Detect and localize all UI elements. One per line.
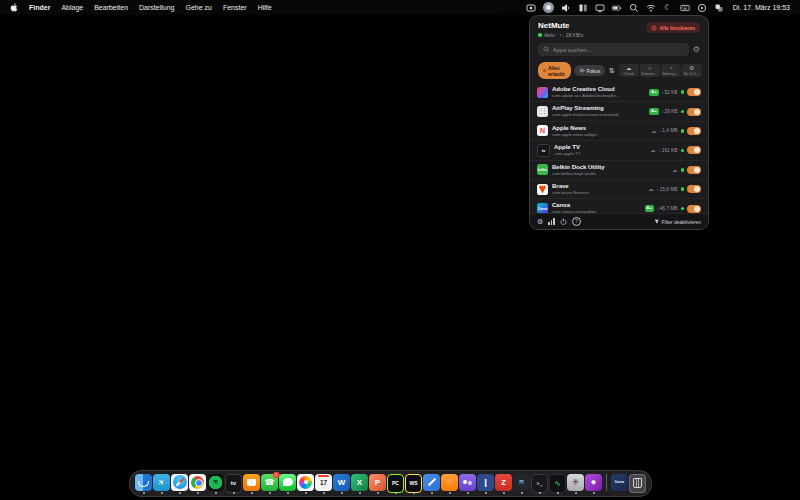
finder-dock-icon[interactable] (135, 474, 152, 491)
apple-menu-icon[interactable] (10, 3, 18, 12)
dock-item-whatsapp[interactable]: ☎1 (261, 474, 278, 494)
settings-gear-icon[interactable]: ⚙ (693, 46, 700, 54)
netmute-menubar-icon[interactable] (543, 2, 554, 13)
disable-filter-button[interactable]: Filter deaktivieren (654, 219, 701, 225)
app-toggle[interactable] (687, 108, 701, 116)
word-dock-icon[interactable]: W (333, 474, 350, 491)
dock-item-zotero[interactable]: Z (495, 474, 512, 494)
category-tab-3[interactable]: ⚙ Sic & U… (682, 64, 702, 78)
dock-item-word[interactable]: W (333, 474, 350, 494)
app-toggle[interactable] (687, 127, 701, 135)
footer-stats-icon[interactable] (548, 218, 555, 225)
dock-item-canva[interactable]: Canva (611, 474, 628, 494)
search-input[interactable] (553, 47, 684, 53)
category-tab-0[interactable]: ☁ iCloud (619, 64, 639, 78)
webstorm-dock-icon[interactable]: WS (405, 474, 422, 493)
dock-item-appletv[interactable]: tv (225, 474, 242, 494)
dock-item-books[interactable] (243, 474, 260, 494)
app-toggle[interactable] (687, 205, 701, 213)
app-row[interactable]: Canva Canva com.canva.canvaeditor A+ ↓46… (530, 199, 708, 213)
people-dock-icon[interactable] (459, 474, 476, 491)
app-row[interactable]: belkin Belkin Dock Utility com.belkin.ma… (530, 161, 708, 180)
menu-hilfe[interactable]: Hilfe (258, 4, 272, 11)
dock-item-purple[interactable]: ◆ (585, 474, 602, 494)
dock-item-powerpoint[interactable]: P (369, 474, 386, 494)
zotero-dock-icon[interactable]: Z (495, 474, 512, 491)
focus-filter-button[interactable]: Fokus (574, 65, 605, 76)
footer-power-icon[interactable] (560, 218, 567, 225)
menu-finder[interactable]: Finder (29, 4, 50, 11)
dock-item-docker[interactable]: ≋ (513, 474, 530, 494)
dock-item-calendar[interactable]: 17 (315, 474, 332, 494)
chrome-dock-icon[interactable] (189, 474, 206, 491)
category-tab-2[interactable]: ◔ Hintergr… (661, 64, 681, 78)
wifi-icon[interactable] (646, 2, 656, 13)
app-toggle[interactable] (687, 185, 701, 193)
menu-ablage[interactable]: Ablage (61, 4, 83, 11)
dock-item-photos[interactable] (297, 474, 314, 494)
dock-item-fan[interactable]: ✳ (567, 474, 584, 494)
dock-item-webstorm[interactable]: WS (405, 474, 422, 494)
volume-icon[interactable] (561, 2, 571, 13)
app-row[interactable]: Adobe Creative Cloud com.adobe.acc.Adobe… (530, 83, 708, 102)
dock-item-trash[interactable] (629, 474, 646, 494)
search-field[interactable] (538, 43, 689, 56)
terminal-dock-icon[interactable]: >_ (531, 474, 548, 493)
spotlight-icon[interactable] (629, 2, 639, 13)
menu-gehe-zu[interactable]: Gehe zu (185, 4, 211, 11)
safari-dock-icon[interactable] (171, 474, 188, 491)
app-row[interactable]: tv Apple TV com.apple.TV ☁ ↓161 KB (530, 141, 708, 160)
category-tab-1[interactable]: ○ Kommu… (640, 64, 660, 78)
appletv-dock-icon[interactable]: tv (225, 474, 242, 493)
menu-fenster[interactable]: Fenster (223, 4, 247, 11)
dock-item-telegram[interactable]: ✈ (153, 474, 170, 494)
display-icon[interactable] (595, 2, 605, 13)
pycharm-dock-icon[interactable]: PC (387, 474, 404, 493)
wrench-dock-icon[interactable] (423, 474, 440, 491)
fan-dock-icon[interactable]: ✳ (567, 474, 584, 491)
excel-dock-icon[interactable]: X (351, 474, 368, 491)
messages-dock-icon[interactable] (279, 474, 296, 491)
dock-item-orgchart[interactable]: ∴ (441, 474, 458, 494)
dock-item-excel[interactable]: X (351, 474, 368, 494)
dock-item-notion[interactable]: ❙ (477, 474, 494, 494)
app-toggle[interactable] (687, 88, 701, 96)
app-row[interactable]: N Apple News com.apple.news.widget ☁ ↓1,… (530, 122, 708, 141)
footer-gear-icon[interactable]: ⚙ (537, 218, 543, 226)
photos-dock-icon[interactable] (297, 474, 314, 491)
dock-item-spotify[interactable]: ≋ (207, 474, 224, 494)
app-row[interactable]: Brave com.brave.Browser ☁ ↓15,8 MB (530, 180, 708, 199)
trash-dock-icon[interactable] (629, 474, 646, 493)
dock-item-terminal[interactable]: >_ (531, 474, 548, 494)
powerpoint-dock-icon[interactable]: P (369, 474, 386, 491)
menu-bar-clock[interactable]: Di. 17. März 19:53 (733, 4, 790, 11)
app-row[interactable]: AirPlay Streaming com.apple.mediastream.… (530, 102, 708, 121)
keyboard-icon[interactable] (680, 2, 690, 13)
app-toggle[interactable] (687, 166, 701, 174)
spotify-dock-icon[interactable]: ≋ (207, 474, 224, 491)
notion-dock-icon[interactable]: ❙ (477, 474, 494, 491)
timer-icon[interactable] (697, 2, 707, 13)
dock-item-pycharm[interactable]: PC (387, 474, 404, 494)
dock-item-finder[interactable] (135, 474, 152, 494)
orgchart-dock-icon[interactable]: ∴ (441, 474, 458, 491)
dock-item-chrome[interactable] (189, 474, 206, 494)
focus-moon-icon[interactable]: ☾ (663, 2, 673, 13)
books-dock-icon[interactable] (243, 474, 260, 491)
sort-icon[interactable]: ⇅ (609, 67, 615, 75)
filter-allowed-button[interactable]: Alles erlaubt (538, 62, 571, 79)
canva-dock-icon[interactable]: Canva (611, 474, 628, 491)
battery-icon[interactable] (612, 2, 622, 13)
telegram-dock-icon[interactable]: ✈ (153, 474, 170, 491)
menu-darstellung[interactable]: Darstellung (139, 4, 174, 11)
screen-record-icon[interactable] (526, 2, 536, 13)
dock-item-people[interactable] (459, 474, 476, 494)
dock-item-activity[interactable]: ∿ (549, 474, 566, 494)
calendar-dock-icon[interactable]: 17 (315, 474, 332, 491)
menu-bearbeiten[interactable]: Bearbeiten (94, 4, 128, 11)
activity-dock-icon[interactable]: ∿ (549, 474, 566, 493)
dock-item-wrench[interactable] (423, 474, 440, 494)
window-tiles-icon[interactable] (578, 2, 588, 13)
docker-dock-icon[interactable]: ≋ (513, 474, 530, 491)
dock-item-safari[interactable] (171, 474, 188, 494)
